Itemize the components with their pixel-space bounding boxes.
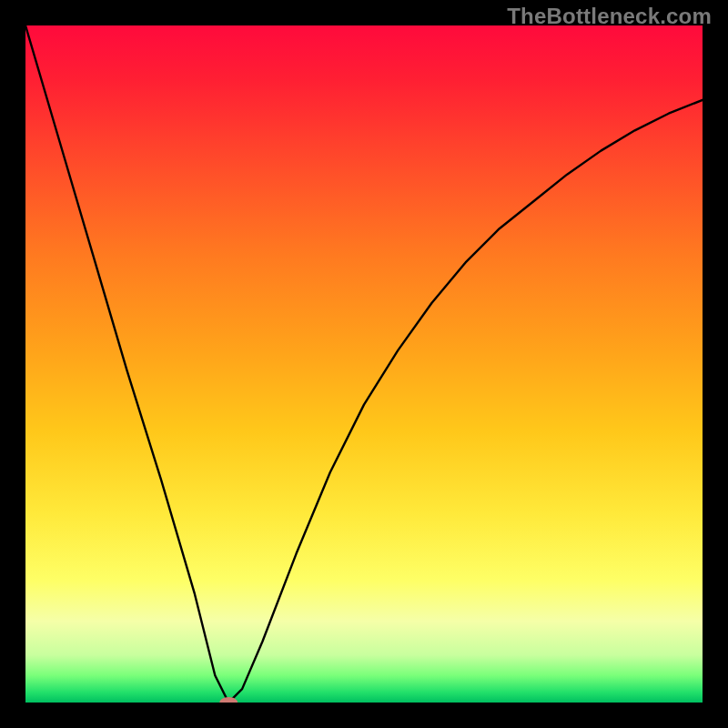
plot-area bbox=[25, 25, 703, 703]
min-marker bbox=[219, 697, 238, 703]
bottleneck-curve bbox=[25, 25, 703, 703]
chart-outer-frame: TheBottleneck.com bbox=[0, 0, 728, 728]
chart-svg bbox=[25, 25, 703, 703]
